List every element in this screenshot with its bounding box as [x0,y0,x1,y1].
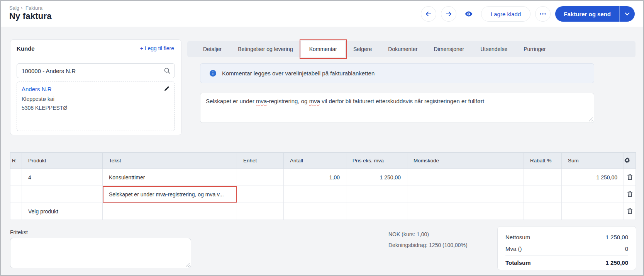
cell-pris-row-2[interactable] [346,186,407,203]
breadcrumb-faktura[interactable]: Faktura [25,5,42,11]
cell-tekst-row-3[interactable] [103,203,237,220]
delete-row-button-3[interactable] [624,203,636,220]
customer-address-line1: Kleppestø kai [22,95,170,104]
line-item-row-3: Velg produkt [10,203,636,220]
cell-rabatt-row-3[interactable] [524,203,562,220]
column-header-produkt: Produkt [22,153,103,169]
cell-antall-row-1[interactable]: 1,00 [284,169,346,186]
invoice-and-send-button[interactable]: Fakturer og send [555,6,619,22]
cell-sum-row-1[interactable]: 1 250,00 [562,169,624,186]
edit-customer-button[interactable] [164,85,170,92]
more-actions-button[interactable] [535,6,551,22]
back-button[interactable] [421,6,436,22]
contribution-line: Dekningsbidrag: 1250 (100,00%) [388,240,468,250]
fritekst-textarea[interactable] [10,238,191,268]
fritekst-label: Fritekst [10,229,28,235]
cell-enhet-row-2[interactable] [237,186,284,203]
tab-dokumenter[interactable]: Dokumenter [380,41,425,57]
nettosum-label: Nettosum [505,234,530,240]
page-title: Ny faktura [9,11,52,21]
customer-panel-title: Kunde [17,45,35,52]
column-header-rabatt: Rabatt % [524,153,562,169]
trash-icon [627,174,633,180]
breadcrumb-salg[interactable]: Salg [9,5,19,11]
preview-button[interactable] [461,6,476,22]
cell-r-row-1[interactable] [10,169,22,186]
tab-dimensjoner[interactable]: Dimensjoner [426,41,473,57]
totals-summary-card: Nettosum 1 250,00 Mva () 0 Totalsum 1 25… [497,226,636,270]
cell-sum-row-2[interactable] [562,186,624,203]
ellipsis-icon [539,13,546,15]
invoice-and-send-dropdown[interactable] [619,6,635,22]
selected-customer-card: Anders N.R Kleppestø kai 5308 KLEPPESTØ [17,82,175,131]
breadcrumb-separator: › [21,5,22,11]
cell-produkt-row-1[interactable]: 4 [22,169,103,186]
line-item-row-1: 4Konsulenttimer1,001 250,001 250,00 [10,169,636,186]
customer-name-link[interactable]: Anders N.R [22,86,170,92]
currency-line: NOK (kurs: 1,00) [388,229,468,240]
nettosum-value: 1 250,00 [606,234,628,240]
customer-search-input[interactable] [17,63,175,78]
tab-betingelser-og-levering[interactable]: Betingelser og levering [230,41,301,57]
info-icon [209,70,217,77]
comment-textarea[interactable]: Selskapet er under mva-registrering, og … [200,93,594,123]
totalsum-value: 1 250,00 [606,259,628,266]
cell-enhet-row-3[interactable] [237,203,284,220]
column-header-tekst: Tekst [103,153,237,169]
misspelled-word: mva [309,98,320,104]
cell-produkt-row-3[interactable]: Velg produkt [22,203,103,220]
cell-r-row-3[interactable] [10,203,22,220]
invoice-page: Salg› Faktura Ny faktura Lagre kladd [0,0,644,276]
misspelled-word: mva [256,98,267,104]
delete-row-button-2[interactable] [624,186,636,203]
delete-row-button-1[interactable] [624,169,636,186]
cell-r-row-2[interactable] [10,186,22,203]
comment-text: -registrering, og [267,98,309,104]
summary-row-nettosum: Nettosum 1 250,00 [505,231,628,243]
column-header-r: R [10,153,22,169]
forward-button[interactable] [441,6,456,22]
table-settings-button[interactable] [624,153,636,169]
cell-rabatt-row-1[interactable] [524,169,562,186]
save-draft-button[interactable]: Lagre kladd [481,6,530,22]
cell-momskode-row-1[interactable] [407,169,524,186]
customer-panel: Kunde + Legg til flere Anders N.R Kleppe… [10,39,181,135]
add-more-customers-link[interactable]: + Legg til flere [140,45,174,51]
cell-pris-row-1[interactable]: 1 250,00 [346,169,407,186]
line-item-row-2: Selskapet er under mva-registrering, og … [10,186,636,203]
customer-address-line2: 5308 KLEPPESTØ [22,104,170,112]
cell-pris-row-3[interactable] [346,203,407,220]
comment-text: vil derfor bli fakturert etterskuddsvis … [320,98,484,104]
trash-icon [627,208,633,214]
invoice-and-send-split-button: Fakturer og send [555,6,635,22]
cell-tekst-row-2[interactable]: Selskapet er under mva-registrering, og … [103,186,237,203]
cell-antall-row-2[interactable] [284,186,346,203]
arrow-left-icon [425,10,432,18]
cell-momskode-row-2[interactable] [407,186,524,203]
invoice-detail-panel: DetaljerBetingelser og leveringKommentar… [187,41,636,123]
summary-row-mva: Mva () 0 [505,243,628,254]
tab-selgere[interactable]: Selgere [345,41,380,57]
tab-purringer[interactable]: Purringer [515,41,554,57]
cell-tekst-row-1[interactable]: Konsulenttimer [103,169,237,186]
cell-produkt-row-2[interactable] [22,186,103,203]
tab-kommentar[interactable]: Kommentar [301,41,345,57]
column-header-enhet: Enhet [237,153,284,169]
totalsum-label: Totalsum [505,259,531,266]
breadcrumb: Salg› Faktura [9,5,44,11]
pencil-icon [164,85,170,92]
gear-icon [624,157,630,164]
chevron-down-icon [625,12,630,15]
comment-info-banner: Kommentar legges over varelinjetabell på… [200,63,594,83]
cell-sum-row-3[interactable] [562,203,624,220]
arrow-right-icon [445,10,452,18]
tab-detaljer[interactable]: Detaljer [195,41,230,57]
cell-enhet-row-1[interactable] [237,169,284,186]
column-header-momskode: Momskode [407,153,524,169]
tab-utsendelse[interactable]: Utsendelse [472,41,515,57]
search-icon [164,67,171,74]
cell-rabatt-row-2[interactable] [524,186,562,203]
cell-antall-row-3[interactable] [284,203,346,220]
cell-momskode-row-3[interactable] [407,203,524,220]
tab-bar: DetaljerBetingelser og leveringKommentar… [187,41,636,57]
